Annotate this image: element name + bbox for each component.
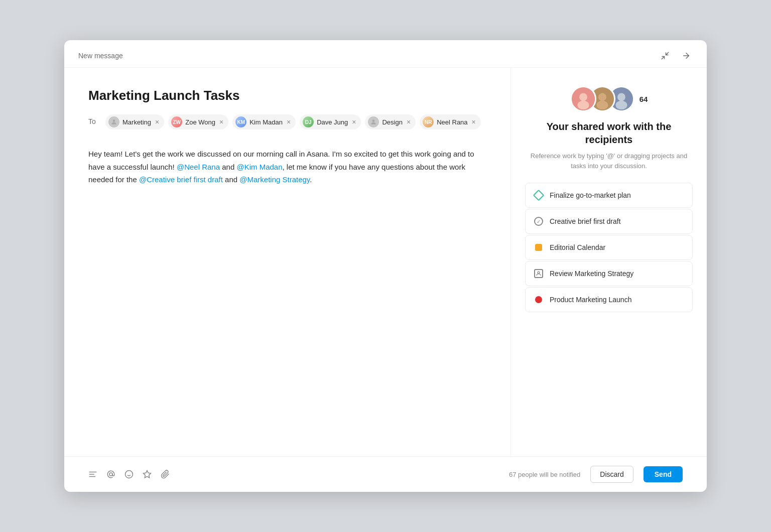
task-item-4[interactable]: Review Marketing Strategy — [525, 261, 693, 286]
mention-button[interactable] — [106, 470, 115, 479]
compress-icon — [661, 51, 670, 60]
shared-work-subtitle: Reference work by typing '@' or dragging… — [525, 151, 693, 171]
svg-point-3 — [113, 119, 115, 122]
text-format-icon — [88, 470, 97, 479]
modal-body: Marketing Launch Tasks To Marketing × — [64, 68, 707, 456]
emoji-button[interactable] — [124, 470, 134, 479]
recipient-chip-neel[interactable]: NR Neel Rana × — [420, 114, 481, 129]
remove-zoe[interactable]: × — [219, 118, 223, 125]
right-panel: 64 Your shared work with the recipients … — [511, 68, 707, 456]
task-icon-red — [534, 295, 544, 305]
svg-point-9 — [598, 93, 606, 101]
discard-button[interactable]: Discard — [590, 466, 633, 483]
svg-point-10 — [596, 101, 608, 110]
task-icon-diamond — [534, 190, 544, 200]
diamond-shape — [533, 190, 545, 201]
person-icon-shape — [534, 269, 543, 278]
svg-marker-22 — [144, 471, 151, 478]
message-body-text: Hey team! Let's get the work we discusse… — [88, 148, 486, 456]
avatar-design — [368, 116, 379, 127]
svg-point-7 — [577, 101, 589, 110]
paperclip-icon — [161, 470, 170, 479]
recipient-chip-marketing[interactable]: Marketing × — [105, 114, 164, 129]
task-label-5: Product Marketing Launch — [550, 296, 631, 304]
task-icon-orange — [534, 242, 544, 252]
message-text-middle3: and — [223, 175, 239, 184]
mention-marketing-strategy[interactable]: @Marketing Strategy — [239, 175, 310, 184]
recipients-wrap: Marketing × ZW Zoe Wong × KM Kim Madan × — [105, 114, 481, 129]
task-label-1: Finalize go-to-market plan — [550, 191, 631, 199]
red-circle-shape — [535, 296, 542, 303]
message-text-middle1: and — [220, 163, 236, 171]
svg-point-18 — [109, 473, 112, 476]
check-circle-shape: ✓ — [534, 217, 543, 226]
to-row: To Marketing × ZW Zoe Wong × — [88, 114, 486, 129]
recipient-chip-dave[interactable]: DJ Dave Jung × — [300, 114, 361, 129]
star-icon — [143, 470, 152, 479]
mention-creative-brief[interactable]: @Creative brief first draft — [139, 175, 223, 184]
avatar-marketing — [108, 116, 119, 127]
remove-marketing[interactable]: × — [155, 118, 159, 125]
task-item-5[interactable]: Product Marketing Launch — [525, 287, 693, 312]
arrow-right-icon — [682, 51, 691, 60]
footer-tools — [88, 470, 170, 479]
task-item-1[interactable]: Finalize go-to-market plan — [525, 183, 693, 208]
remove-design[interactable]: × — [407, 118, 411, 125]
remove-neel[interactable]: × — [472, 118, 476, 125]
avatar-neel: NR — [423, 116, 434, 127]
modal-footer: 67 people will be notified Discard Send — [64, 456, 707, 492]
task-label-3: Editorial Calendar — [550, 243, 605, 251]
modal-title: New message — [78, 52, 123, 60]
svg-point-19 — [125, 471, 133, 478]
avatar-dave: DJ — [303, 116, 314, 127]
modal-header: New message — [64, 40, 707, 68]
orange-square-shape — [535, 244, 542, 251]
task-item-3[interactable]: Editorial Calendar — [525, 235, 693, 260]
compress-button[interactable] — [659, 49, 672, 62]
chip-label-marketing: Marketing — [122, 118, 151, 126]
avatar-kim: KM — [235, 116, 246, 127]
header-icons — [659, 49, 693, 62]
svg-point-12 — [617, 93, 625, 101]
emoji-icon — [124, 470, 134, 479]
recipient-chip-zoe[interactable]: ZW Zoe Wong × — [168, 114, 228, 129]
chip-label-dave: Dave Jung — [317, 118, 348, 126]
remove-kim[interactable]: × — [287, 118, 291, 125]
avatar-count: 64 — [639, 95, 648, 103]
attach-button[interactable] — [161, 470, 170, 479]
chip-label-zoe: Zoe Wong — [185, 118, 215, 126]
avatar-zoe: ZW — [171, 116, 182, 127]
svg-line-0 — [662, 57, 664, 59]
message-text-end: . — [310, 175, 312, 184]
chip-label-neel: Neel Rana — [437, 118, 467, 126]
task-label-2: Creative brief first draft — [550, 217, 621, 225]
star-button[interactable] — [143, 470, 152, 479]
task-list: Finalize go-to-market plan ✓ Creative br… — [525, 183, 693, 312]
svg-point-14 — [538, 272, 540, 274]
message-modal: New message Marketing Launch Tasks — [64, 40, 707, 492]
mention-neel[interactable]: @Neel Rana — [177, 163, 220, 171]
at-icon — [106, 470, 115, 479]
svg-point-13 — [615, 101, 627, 110]
svg-line-1 — [666, 52, 669, 55]
to-label: To — [88, 114, 100, 125]
recipient-chip-kim[interactable]: KM Kim Madan × — [232, 114, 296, 129]
task-icon-person — [534, 269, 544, 279]
shared-work-title: Your shared work with the recipients — [525, 120, 693, 146]
left-panel: Marketing Launch Tasks To Marketing × — [64, 68, 511, 456]
task-item-2[interactable]: ✓ Creative brief first draft — [525, 209, 693, 234]
big-avatar-1 — [570, 86, 596, 112]
chip-label-design: Design — [382, 118, 402, 126]
message-subject-title: Marketing Launch Tasks — [88, 88, 486, 103]
send-button[interactable]: Send — [644, 466, 683, 482]
svg-point-6 — [579, 93, 587, 101]
recipient-chip-design[interactable]: Design × — [365, 114, 416, 129]
text-format-button[interactable] — [88, 470, 97, 479]
mention-kim[interactable]: @Kim Madan — [236, 163, 282, 171]
remove-dave[interactable]: × — [352, 118, 356, 125]
arrow-right-button[interactable] — [680, 49, 693, 62]
chip-label-kim: Kim Madan — [249, 118, 283, 126]
task-icon-check: ✓ — [534, 216, 544, 226]
svg-point-4 — [372, 119, 375, 122]
avatars-row: 64 — [570, 86, 648, 112]
